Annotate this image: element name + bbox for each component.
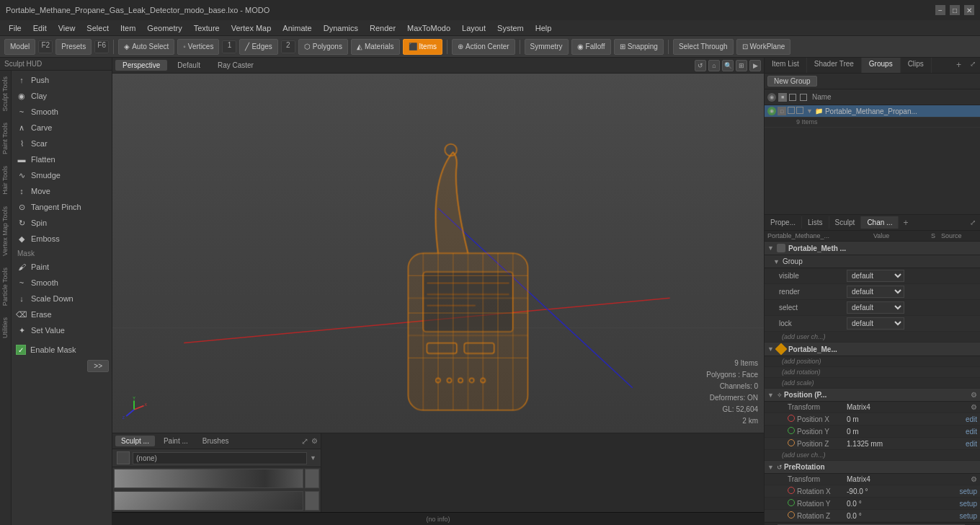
menu-item-animate[interactable]: Animate [277,22,317,34]
prop-group-position[interactable]: ▼ ✧ Position (P... ⚙ [765,389,980,402]
render-select[interactable]: default [847,286,904,298]
items-button[interactable]: ⬛ Items [403,39,442,55]
menu-item-layout[interactable]: Layout [456,22,491,34]
brush-name-input[interactable] [133,452,307,464]
rot-y-edit[interactable]: setup [960,500,977,508]
smudge-tool[interactable]: ∿ Smudge [12,167,112,183]
tangent-pinch-tool[interactable]: ⊙ Tangent Pinch [12,199,112,215]
carve-tool[interactable]: ∧ Carve [12,120,112,136]
polygons-button[interactable]: ⬡ Polygons [298,39,348,55]
settings-bottom-btn[interactable]: ⚙ [311,437,318,445]
falloff-button[interactable]: ◉ Falloff [571,39,611,55]
lists-tab[interactable]: Lists [802,216,829,229]
edges-button[interactable]: ╱ Edges [239,39,277,55]
visible-select[interactable]: default [847,270,904,282]
utilities-tab[interactable]: Utilities [0,312,11,344]
pre-transform-gear[interactable]: ⚙ [971,475,977,483]
workplane-button[interactable]: ⊡ WorkPlane [736,39,791,55]
channels-tab[interactable]: Chan ... [861,216,899,229]
new-group-button[interactable]: New Group [767,76,817,87]
default-tab[interactable]: Default [170,60,208,71]
paint-tab[interactable]: Paint ... [158,436,194,446]
auto-select-button[interactable]: ◈ Auto Select [118,39,174,55]
vp-home-btn[interactable]: ⌂ [708,60,720,71]
add-props-tab-btn[interactable]: + [899,216,912,230]
select-through-button[interactable]: Select Through [673,39,734,55]
brushes-tab[interactable]: Brushes [197,436,235,446]
prop-group-portable-meth[interactable]: ▼ Portable_Meth ... [765,242,980,255]
brush-alpha-btn[interactable] [305,491,319,511]
spin-tool[interactable]: ↻ Spin [12,215,112,231]
maximize-button[interactable]: □ [950,5,960,15]
menu-item-geometry[interactable]: Geometry [141,22,187,34]
ray-caster-tab[interactable]: Ray Caster [210,60,261,71]
action-center-button[interactable]: ⊕ Action Center [452,39,515,55]
lock-select[interactable]: default [847,317,904,330]
perspective-tab[interactable]: Perspective [115,60,167,71]
pos-x-edit[interactable]: edit [966,415,977,423]
expand-panel-button[interactable]: ⤢ [966,58,980,73]
menu-item-edit[interactable]: Edit [27,22,53,34]
menu-item-render[interactable]: Render [364,22,401,34]
prop-group-portable-me[interactable]: ▼ Portable_Me... [765,343,980,356]
pos-y-edit[interactable]: edit [966,428,977,436]
move-tool[interactable]: ↕ Move [12,183,112,199]
menu-item-help[interactable]: Help [530,22,558,34]
menu-item-dynamics[interactable]: Dynamics [318,22,364,34]
smooth-tool-1[interactable]: ~ Smooth [12,104,112,120]
menu-item-system[interactable]: System [491,22,530,34]
emboss-tool[interactable]: ◆ Emboss [12,231,112,247]
scar-tool[interactable]: ⌇ Scar [12,136,112,151]
expand-arrow[interactable]: ▼ [806,107,813,115]
menu-item-select[interactable]: Select [81,22,115,34]
particle-tools-tab[interactable]: Particle Tools [0,262,11,312]
select-select[interactable]: default [847,301,904,314]
paint-tools-tab[interactable]: Paint Tools [0,117,11,160]
vp-rotate-btn[interactable]: ↺ [695,60,706,71]
erase-tool[interactable]: ⌫ Erase [12,306,112,322]
materials-button[interactable]: ◭ Materials [351,39,400,55]
vp-search-btn[interactable]: 🔍 [722,60,734,71]
expand-props-btn[interactable]: ⤢ [966,216,980,229]
vertex-map-tools-tab[interactable]: Vertex Map Tools [0,200,11,262]
menu-item-texture[interactable]: Texture [188,22,226,34]
vertices-button[interactable]: ◦ Vertices [177,39,219,55]
vp-fit-btn[interactable]: ⊞ [736,60,747,71]
hair-tools-tab[interactable]: Hair Tools [0,160,11,200]
menu-item-view[interactable]: View [53,22,81,34]
enable-mask-toggle[interactable]: ✓ Enable Mask [12,343,112,357]
viewport-canvas[interactable]: X Y Z 9 Items Polygons : Face Channels: … [112,74,764,433]
menu-item-maxtomodo[interactable]: MaxToModo [401,22,456,34]
symmetry-button[interactable]: Symmetry [525,39,569,55]
transform-gear-icon[interactable]: ⚙ [971,403,977,411]
menu-item-item[interactable]: Item [115,22,141,34]
sculpt-tools-tab[interactable]: Sculpt Tools [0,71,11,117]
brush-dropdown-icon[interactable]: ▼ [310,454,316,462]
properties-tab[interactable]: Prope... [765,216,802,229]
sculpt-tab-prop[interactable]: Sculpt [829,216,862,229]
position-gear-icon[interactable]: ⚙ [971,391,977,399]
item-list-tab[interactable]: Item List [765,58,807,73]
push-tool[interactable]: ↑ Push [12,72,112,88]
presets-button[interactable]: Presets [55,39,92,55]
rot-x-edit[interactable]: setup [960,488,977,495]
scale-down-tool[interactable]: ↓ Scale Down [12,291,112,306]
minimize-button[interactable]: − [935,5,945,15]
model-button[interactable]: Model [4,39,35,55]
smooth-mask-tool[interactable]: ~ Smooth [12,275,112,291]
table-row[interactable]: ◉ □ ▼ 📁 Portable_Methane_Propan... [765,105,980,118]
vp-expand-btn[interactable]: ▶ [749,60,761,71]
clay-tool[interactable]: ◉ Clay [12,88,112,104]
more-tools-button[interactable]: >> [87,360,109,372]
shader-tree-tab[interactable]: Shader Tree [807,58,862,73]
expand-bottom-left-btn[interactable]: ⤢ [301,436,308,446]
pos-z-edit[interactable]: edit [966,440,977,448]
menu-item-vertex-map[interactable]: Vertex Map [226,22,277,34]
add-panel-button[interactable]: + [952,58,966,73]
rot-z-edit[interactable]: setup [960,512,977,520]
set-value-tool[interactable]: ✦ Set Value [12,322,112,338]
prop-sub-group[interactable]: ▼ Group [765,255,980,268]
prop-group-prerotation[interactable]: ▼ ↺ PreRotation [765,461,980,474]
brush-preset-btn[interactable] [305,469,319,488]
flatten-tool[interactable]: ▬ Flatten [12,151,112,167]
